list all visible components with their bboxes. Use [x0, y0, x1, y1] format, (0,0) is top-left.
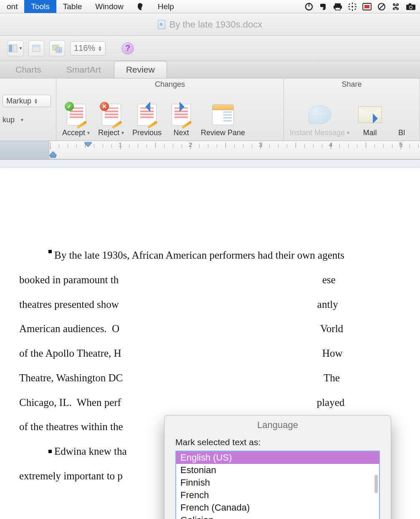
menu-window[interactable]: Window	[89, 0, 130, 13]
tab-smartart[interactable]: SmartArt	[54, 61, 113, 78]
markup-label: Markup	[6, 97, 31, 106]
dialog-title: Language	[164, 416, 391, 437]
menu-table[interactable]: Table	[56, 0, 89, 13]
document-icon	[158, 20, 165, 29]
paragraph-bullet	[48, 250, 52, 253]
tab-charts[interactable]: Charts	[3, 61, 53, 78]
printer-icon[interactable]	[333, 3, 342, 11]
right-arrow-icon	[180, 102, 190, 112]
svg-point-21	[410, 6, 412, 9]
language-option-galician[interactable]: Galician	[176, 514, 379, 519]
accept-label: Accept	[62, 128, 85, 137]
svg-rect-19	[409, 3, 411, 5]
chat-bubble-icon	[309, 106, 331, 124]
brightness-icon[interactable]	[348, 3, 357, 11]
mail-label: Mail	[363, 128, 377, 137]
camera-icon[interactable]	[406, 3, 416, 10]
pencil-icon	[147, 121, 158, 129]
menu-font-partial[interactable]: ont	[0, 0, 24, 13]
stepper-arrows-icon: ▲▼	[34, 98, 38, 104]
next-label: Next	[173, 128, 189, 137]
previous-label: Previous	[132, 128, 162, 137]
menubar: ont Tools Table Window Help	[0, 0, 420, 13]
language-option-estonian[interactable]: Estonian	[176, 464, 379, 476]
zoom-combo[interactable]: 116% ▲▼	[70, 41, 106, 55]
blocked-authors-button-partial[interactable]: Bl	[387, 103, 416, 137]
svg-rect-13	[354, 8, 356, 10]
chevron-down-icon: ▼	[86, 131, 91, 135]
menu-tools[interactable]: Tools	[24, 0, 56, 13]
language-option-finnish[interactable]: Finnish	[176, 476, 379, 489]
changes-group: Changes ✓ Accept▼ ✕ Reject▼ Previous Nex…	[56, 78, 284, 141]
paragraph-bullet	[48, 450, 52, 453]
ribbon-tabs: Charts SmartArt Review	[0, 61, 420, 78]
sidebar-toggle-button[interactable]: ▼	[8, 40, 23, 56]
document-title: By the late 1930s.docx	[170, 19, 263, 30]
chevron-down-icon: ▼	[121, 131, 125, 135]
previous-change-button[interactable]: Previous	[130, 103, 164, 137]
show-markup-dropdown[interactable]: kup ▼	[3, 110, 53, 122]
toolbox-button[interactable]	[28, 40, 44, 56]
review-pane-label: Review Pane	[201, 128, 245, 137]
reject-label: Reject	[98, 128, 119, 137]
command-icon[interactable]	[392, 3, 400, 11]
svg-rect-8	[348, 6, 350, 7]
reject-button[interactable]: ✕ Reject▼	[96, 103, 127, 137]
language-option-french[interactable]: French	[176, 489, 379, 501]
svg-marker-30	[50, 151, 56, 156]
display-for-review-dropdown[interactable]: Markup ▲▼	[3, 95, 51, 107]
instant-message-label: Instant Message	[290, 128, 345, 137]
review-pane-icon	[212, 104, 234, 125]
stamp-icon[interactable]	[362, 3, 372, 10]
language-option-french-canada[interactable]: French (Canada)	[176, 501, 379, 514]
mail-button[interactable]: Mail	[355, 103, 385, 137]
help-button[interactable]: ?	[121, 42, 134, 55]
tracking-group: Markup ▲▼ kup ▼	[0, 78, 56, 141]
svg-rect-4	[335, 8, 340, 10]
window-titlebar: By the late 1930s.docx	[0, 13, 420, 36]
scrollbar-thumb[interactable]	[374, 475, 378, 493]
media-browser-button[interactable]: ♪	[49, 40, 65, 56]
svg-rect-7	[352, 9, 353, 11]
svg-rect-9	[355, 6, 357, 7]
svg-rect-25	[33, 45, 40, 47]
hanging-indent-marker[interactable]	[49, 151, 57, 158]
horizontal-ruler[interactable]: 1 2 3 4 5	[0, 141, 420, 159]
svg-rect-22	[9, 45, 12, 52]
svg-rect-11	[354, 3, 356, 5]
document-workspace: By the late 1930s, African American perf…	[0, 159, 420, 519]
stepper-arrows-icon: ▲▼	[98, 45, 102, 51]
review-pane-button[interactable]: Review Pane	[198, 103, 248, 137]
left-arrow-icon	[140, 102, 150, 112]
ruler-margin-shade	[0, 141, 49, 159]
zoom-value: 116%	[74, 43, 95, 53]
pencil-icon	[112, 121, 122, 129]
language-option-english-us[interactable]: English (US)	[176, 451, 379, 464]
accept-button[interactable]: ✓ Accept▼	[60, 103, 93, 137]
no-entry-icon[interactable]	[377, 3, 386, 11]
envelope-icon	[358, 106, 382, 123]
svg-rect-15	[364, 5, 369, 8]
svg-rect-6	[352, 3, 353, 4]
svg-rect-10	[349, 3, 350, 5]
scripts-menu-icon[interactable]	[130, 0, 151, 13]
language-dialog: Language Mark selected text as: English …	[164, 415, 391, 519]
tab-review[interactable]: Review	[114, 61, 167, 78]
svg-marker-29	[85, 142, 91, 147]
kup-label: kup	[3, 116, 15, 124]
pencil-icon	[182, 121, 192, 129]
status-icons	[305, 0, 420, 13]
next-change-button[interactable]: Next	[167, 103, 196, 137]
power-icon[interactable]	[305, 3, 313, 11]
menu-help[interactable]: Help	[151, 0, 181, 13]
checkmark-badge-icon: ✓	[65, 102, 74, 111]
ribbon: Markup ▲▼ kup ▼ Changes ✓ Accept▼ ✕ Reje…	[0, 78, 420, 141]
x-badge-icon: ✕	[100, 102, 109, 111]
mark-text-label: Mark selected text as:	[175, 437, 380, 447]
svg-point-5	[352, 6, 353, 8]
language-listbox[interactable]: English (US) Estonian Finnish French Fre…	[175, 451, 380, 519]
evernote-icon[interactable]	[319, 3, 327, 11]
send-arrow-icon	[373, 113, 383, 123]
svg-text:♪: ♪	[58, 48, 61, 53]
blocked-label-partial: Bl	[398, 128, 405, 137]
